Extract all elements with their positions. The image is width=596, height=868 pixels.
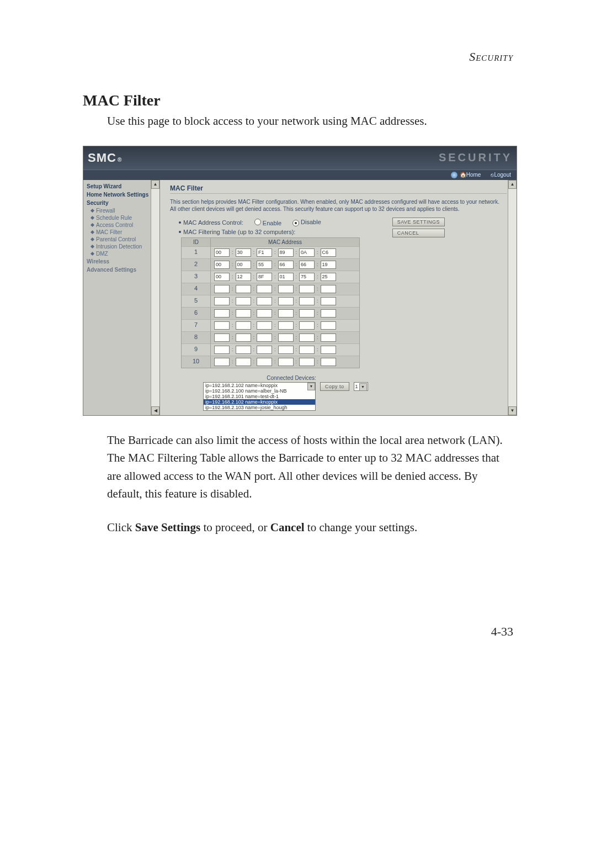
mac-octet-input[interactable] bbox=[321, 358, 336, 366]
mac-octet-input[interactable] bbox=[236, 309, 251, 317]
sidebar-mac-filter[interactable]: MAC Filter bbox=[83, 229, 159, 236]
device-listbox[interactable]: ip=192.168.2.102 name=knoppixip=192.168.… bbox=[203, 382, 316, 411]
sidebar-scrollbar[interactable]: ▲ ◀ bbox=[151, 180, 159, 415]
mac-octet-input[interactable] bbox=[278, 321, 294, 330]
mac-octet-input[interactable] bbox=[278, 334, 294, 342]
mac-octet-input[interactable] bbox=[278, 297, 294, 305]
mac-octet-input[interactable] bbox=[278, 285, 294, 293]
sidebar-intrusion-detection[interactable]: Intrusion Detection bbox=[83, 243, 159, 250]
mac-octet-input[interactable] bbox=[214, 334, 230, 342]
mac-octet-input[interactable] bbox=[278, 358, 294, 366]
mac-octet-input[interactable] bbox=[321, 273, 336, 281]
mac-octet-input[interactable] bbox=[321, 309, 336, 317]
mac-octet-input[interactable] bbox=[214, 261, 230, 269]
mac-octet-input[interactable] bbox=[236, 358, 251, 366]
mac-octet-input[interactable] bbox=[257, 273, 272, 281]
mac-octet-input[interactable] bbox=[299, 261, 315, 269]
device-list-item[interactable]: ip=192.168.2.102 name=knoppix bbox=[204, 399, 315, 405]
mac-octet-input[interactable] bbox=[214, 297, 230, 305]
mac-octet-input[interactable] bbox=[278, 309, 294, 317]
sidebar-parental-control[interactable]: Parental Control bbox=[83, 236, 159, 243]
radio-disable[interactable]: Disable bbox=[292, 219, 321, 226]
mac-octet-input[interactable] bbox=[299, 309, 315, 317]
mac-octet-input[interactable] bbox=[236, 297, 251, 305]
device-list-item[interactable]: ip=192.168.2.103 name=josie_hough bbox=[204, 405, 315, 410]
sidebar-access-control[interactable]: Access Control bbox=[83, 221, 159, 229]
mac-octet-input[interactable] bbox=[321, 285, 336, 293]
sidebar-home-network[interactable]: Home Network Settings bbox=[83, 190, 159, 199]
mac-octet-input[interactable] bbox=[236, 334, 251, 342]
table-row: 10::::: bbox=[182, 356, 359, 368]
sidebar-advanced-settings[interactable]: Advanced Settings bbox=[83, 266, 159, 274]
mac-octet-input[interactable] bbox=[214, 358, 230, 366]
mac-octet-input[interactable] bbox=[299, 358, 315, 366]
mac-octet-input[interactable] bbox=[278, 261, 294, 269]
mac-octet-input[interactable] bbox=[278, 273, 294, 281]
scroll-up-icon[interactable]: ▲ bbox=[508, 180, 517, 189]
mac-octet-input[interactable] bbox=[299, 285, 315, 293]
copy-to-index[interactable]: 1 ▼ bbox=[354, 382, 368, 391]
mac-octet-input[interactable] bbox=[214, 285, 230, 293]
mac-octet-input[interactable] bbox=[321, 261, 336, 269]
logout-link[interactable]: ⎋ Logout bbox=[491, 172, 511, 178]
dropdown-arrow-icon[interactable]: ▼ bbox=[359, 383, 367, 391]
sidebar-security[interactable]: Security bbox=[83, 199, 159, 207]
sidebar-schedule-rule[interactable]: Schedule Rule bbox=[83, 214, 159, 221]
mac-octet-input[interactable] bbox=[321, 297, 336, 305]
table-row: 3::::: bbox=[182, 271, 359, 283]
mac-octet-input[interactable] bbox=[236, 261, 251, 269]
mac-octet-input[interactable] bbox=[214, 321, 230, 330]
mac-octet-input[interactable] bbox=[299, 273, 315, 281]
mac-octet-input[interactable] bbox=[236, 285, 251, 293]
dropdown-arrow-icon[interactable]: ▼ bbox=[307, 383, 315, 390]
mac-octet-input[interactable] bbox=[214, 309, 230, 317]
sidebar-dmz[interactable]: DMZ bbox=[83, 250, 159, 257]
device-list-item[interactable]: ip=192.168.2.100 name=alber_la-NB bbox=[204, 388, 315, 394]
mac-octet-input[interactable] bbox=[236, 248, 251, 257]
mac-octet-input[interactable] bbox=[257, 334, 272, 342]
sidebar-setup-wizard[interactable]: Setup Wizard bbox=[83, 182, 159, 190]
mac-octet-input[interactable] bbox=[257, 248, 272, 257]
mac-octet-input[interactable] bbox=[278, 346, 294, 354]
mac-octet-input[interactable] bbox=[257, 285, 272, 293]
page-number: 4-33 bbox=[83, 624, 513, 639]
mac-octet-input[interactable] bbox=[257, 309, 272, 317]
mac-octet-input[interactable] bbox=[299, 248, 315, 257]
scroll-left-icon[interactable]: ◀ bbox=[151, 406, 159, 415]
mac-octet-input[interactable] bbox=[299, 346, 315, 354]
sidebar-firewall[interactable]: Firewall bbox=[83, 207, 159, 214]
home-link[interactable]: 🏠 Home bbox=[451, 172, 481, 178]
mac-octet-input[interactable] bbox=[299, 321, 315, 330]
mac-octet-input[interactable] bbox=[321, 334, 336, 342]
mac-octet-input[interactable] bbox=[257, 321, 272, 330]
mac-octet-input[interactable] bbox=[299, 297, 315, 305]
device-list-item[interactable]: ip=192.168.2.101 name=test-dt-1 bbox=[204, 394, 315, 399]
mac-octet-input[interactable] bbox=[321, 321, 336, 330]
mac-octet-input[interactable] bbox=[299, 334, 315, 342]
cancel-button[interactable]: CANCEL bbox=[392, 229, 445, 237]
mac-octet-input[interactable] bbox=[321, 346, 336, 354]
mac-octet-input[interactable] bbox=[236, 346, 251, 354]
mac-octet-input[interactable] bbox=[257, 261, 272, 269]
mac-octet-input[interactable] bbox=[214, 248, 230, 257]
mac-octet-input[interactable] bbox=[257, 297, 272, 305]
mac-octet-input[interactable] bbox=[236, 321, 251, 330]
intro-text: Use this page to block access to your ne… bbox=[107, 113, 513, 130]
mac-octet-input[interactable] bbox=[321, 248, 336, 257]
logout-label: Logout bbox=[494, 172, 511, 178]
mac-octet-input[interactable] bbox=[236, 273, 251, 281]
table-row: 1::::: bbox=[182, 246, 359, 258]
mac-octet-input[interactable] bbox=[278, 248, 294, 257]
scroll-down-icon[interactable]: ▼ bbox=[508, 406, 517, 415]
mac-octet-input[interactable] bbox=[214, 273, 230, 281]
save-settings-button[interactable]: SAVE SETTINGS bbox=[392, 218, 445, 226]
mac-octet-input[interactable] bbox=[214, 346, 230, 354]
scroll-up-icon[interactable]: ▲ bbox=[151, 180, 159, 189]
copy-to-button[interactable]: Copy to bbox=[320, 382, 349, 391]
sidebar-wireless[interactable]: Wireless bbox=[83, 257, 159, 266]
mac-octet-input[interactable] bbox=[257, 346, 272, 354]
radio-enable[interactable]: Enable bbox=[254, 219, 281, 226]
device-list-item[interactable]: ip=192.168.2.102 name=knoppix bbox=[204, 383, 315, 388]
main-scrollbar[interactable]: ▲ ▼ bbox=[508, 180, 517, 415]
mac-octet-input[interactable] bbox=[257, 358, 272, 366]
